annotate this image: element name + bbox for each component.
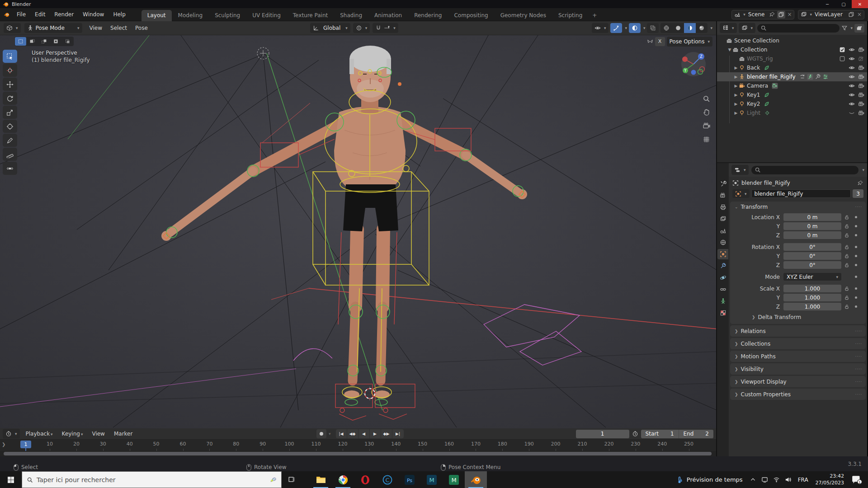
outliner-row-blender-file-rigify[interactable]: ▶blender file_Rigify (717, 72, 867, 81)
taskbar-search-input[interactable]: Taper ici pour rechercher (22, 471, 282, 488)
timeline-menu-keying[interactable]: Keying▾ (58, 429, 87, 438)
transform-tool[interactable] (3, 120, 17, 133)
mode-selector[interactable]: Pose Mode ▾ (24, 23, 82, 33)
camera-visibility-icon[interactable] (858, 74, 864, 80)
bing-doodle-tennis-icon[interactable] (270, 477, 277, 483)
lock-open-icon[interactable] (841, 286, 852, 291)
pose-mirror-icon[interactable] (647, 38, 653, 45)
outliner-display-mode[interactable]: ▾ (739, 23, 756, 33)
properties-tab-scene[interactable] (717, 225, 728, 236)
scale-value-field[interactable]: 1.000 (783, 294, 841, 301)
lock-open-icon[interactable] (841, 233, 852, 238)
camera-visibility-icon[interactable] (858, 101, 864, 107)
tab-rendering[interactable]: Rendering (408, 10, 448, 21)
eye-open-icon[interactable] (849, 101, 855, 107)
taskbar-app-opera[interactable] (354, 471, 376, 488)
animate-dot-icon[interactable] (852, 296, 859, 299)
properties-tab-tool[interactable] (717, 178, 728, 189)
new-scene-icon[interactable] (777, 11, 785, 19)
outliner-row-back[interactable]: ▶Back (717, 63, 867, 72)
next-keyframe-button[interactable]: ◆▶ (381, 429, 392, 438)
tab-sculpting[interactable]: Sculpting (209, 10, 246, 21)
play-reverse-button[interactable]: ◀ (359, 429, 370, 438)
transform-panel-title[interactable]: Transform (741, 204, 768, 210)
lock-open-icon[interactable] (841, 295, 852, 300)
annotate-tool[interactable] (3, 134, 17, 147)
timeline-expand-arrow[interactable]: ❯ (2, 442, 5, 447)
tab-shading[interactable]: Shading (334, 10, 368, 21)
panel-grip[interactable]: ···· (855, 342, 862, 346)
chevron-down-icon[interactable]: ▾ (710, 26, 712, 30)
checkbox-off-icon[interactable] (839, 56, 845, 62)
select-invert-icon[interactable] (50, 37, 61, 46)
scale-value-field[interactable]: 1.000 (783, 303, 841, 310)
keyboard-language[interactable]: FRA (794, 477, 812, 483)
panel-motion-paths[interactable]: ❯Motion Paths···· (730, 351, 866, 362)
rotation-value-field[interactable]: 0° (783, 261, 841, 269)
menu-render[interactable]: Render (50, 10, 78, 19)
tab-layout[interactable]: Layout (142, 10, 172, 21)
rotation-value-field[interactable]: 0° (783, 252, 841, 260)
zoom-icon[interactable] (700, 93, 712, 104)
weather-widget[interactable]: Prévision de temps (671, 476, 747, 483)
taskbar-app-chrome[interactable] (332, 471, 354, 488)
panel-grip[interactable]: ···· (855, 329, 862, 333)
menu-file[interactable]: File (13, 10, 30, 19)
pose-breakdowner-tool[interactable] (3, 162, 17, 175)
pivot-point[interactable]: ▾ (353, 23, 370, 33)
task-view-button[interactable] (282, 471, 302, 488)
scene-selector[interactable]: ▾ Scene × (731, 10, 794, 19)
chevron-down-icon[interactable]: ▾ (850, 26, 853, 30)
panel-relations[interactable]: ❯Relations···· (730, 325, 866, 337)
lock-open-icon[interactable] (841, 224, 852, 229)
timeline-menu-playback[interactable]: Playback▾ (22, 429, 57, 438)
taskbar-clock[interactable]: 23:42 27/05/2023 (812, 473, 848, 487)
eye-open-icon[interactable] (849, 56, 855, 62)
close-button[interactable]: ✕ (852, 0, 868, 8)
maximize-button[interactable]: ▢ (835, 0, 852, 8)
animate-dot-icon[interactable] (852, 225, 859, 227)
box-select-tool[interactable] (3, 50, 17, 63)
outliner-search-input[interactable] (757, 24, 840, 33)
taskbar-app-photoshop[interactable]: Ps (398, 471, 420, 488)
menu-window[interactable]: Window (79, 10, 108, 19)
rotation-value-field[interactable]: 0° (783, 243, 841, 251)
select-set-icon[interactable] (15, 37, 26, 46)
tab-modeling[interactable]: Modeling (172, 10, 209, 21)
remove-view-layer-icon[interactable]: × (857, 11, 862, 18)
properties-editor-selector[interactable]: ▾ (731, 165, 749, 175)
outliner-row-scene-collection[interactable]: Scene Collection (717, 36, 867, 45)
chevron-down-icon[interactable]: ▾ (643, 26, 646, 30)
toggle-grid-icon[interactable] (700, 134, 712, 145)
viewport-3d[interactable]: ▾ Pose Mode ▾ ViewSelectPose Global ▾ (0, 21, 716, 428)
camera-visibility-icon[interactable] (858, 83, 864, 89)
pin-icon[interactable] (769, 11, 775, 18)
timeline-menu-view[interactable]: View (88, 429, 108, 438)
taskbar-app-maya-creative[interactable]: M (443, 471, 465, 488)
panel-grip[interactable]: ···· (855, 392, 862, 397)
location-value-field[interactable]: 0 m (783, 213, 841, 221)
new-collection-icon[interactable] (854, 24, 864, 33)
rendered-shading-button[interactable] (696, 23, 708, 33)
play-button[interactable]: ▶ (370, 429, 381, 438)
expand-arrow-icon[interactable]: ▶ (733, 66, 739, 70)
animate-dot-icon[interactable] (852, 255, 859, 257)
viewport-menu-select[interactable]: Select (107, 23, 131, 33)
expand-arrow-icon[interactable]: ▶ (733, 93, 739, 97)
select-extend-icon[interactable] (27, 37, 38, 46)
minimize-button[interactable]: ─ (819, 0, 835, 8)
new-view-layer-icon[interactable] (847, 11, 855, 19)
mirror-x-toggle[interactable]: X (655, 37, 665, 46)
tab-animation[interactable]: Animation (368, 10, 408, 21)
camera-view-icon[interactable] (700, 120, 712, 131)
chevron-down-icon[interactable]: ▾ (329, 432, 331, 436)
select-subtract-icon[interactable] (38, 37, 50, 46)
properties-tab-render[interactable] (717, 190, 728, 201)
users-count-button[interactable]: 3 (853, 189, 863, 198)
lock-open-icon[interactable] (841, 215, 852, 220)
panel-grip[interactable]: ···· (855, 205, 862, 209)
location-value-field[interactable]: 0 m (783, 231, 841, 239)
expand-arrow-icon[interactable]: ▶ (733, 111, 739, 115)
expand-arrow-icon[interactable]: ▶ (733, 84, 739, 88)
checkbox-on-icon[interactable] (839, 47, 845, 53)
